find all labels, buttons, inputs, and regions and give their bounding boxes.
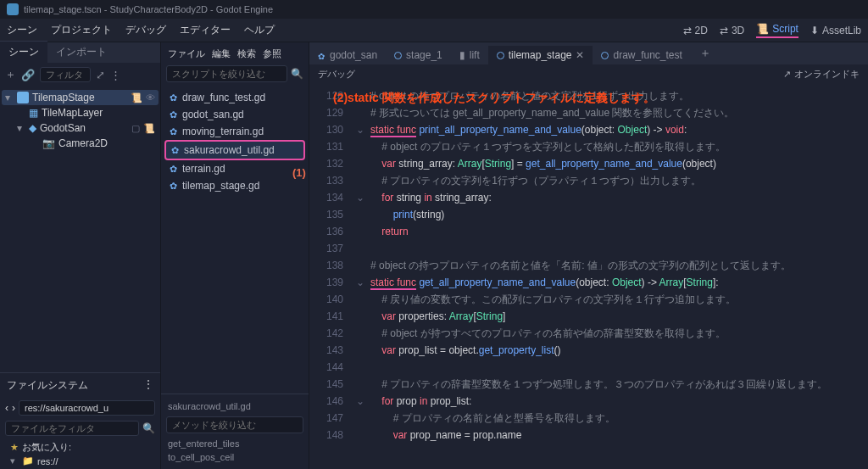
menu-help[interactable]: ヘルプ <box>244 23 275 37</box>
tab-scene[interactable]: シーン <box>0 41 47 63</box>
editor-tab[interactable]: draw_func_test <box>593 46 690 64</box>
expand-icon[interactable]: ⤢ <box>96 69 105 81</box>
gear-icon: ✿ <box>170 92 177 103</box>
gear-icon: ✿ <box>170 164 177 175</box>
script-item-selected[interactable]: ✿sakuracrowd_util.gd <box>164 140 305 160</box>
script-item[interactable]: ✿terrain.gd <box>164 160 305 177</box>
gear-icon: ✿ <box>171 145 179 156</box>
node-godotsan[interactable]: ▾◆ GodotSan ▢📜 <box>2 120 159 136</box>
fs-res-root[interactable]: ▾📁 res:// <box>7 455 153 467</box>
script-item[interactable]: ✿tilemap_stage.gd <box>164 177 305 194</box>
script-search-icon[interactable]: 🔍 <box>291 68 303 80</box>
camera-icon: 📷 <box>42 137 55 149</box>
method-item[interactable]: to_cell_pos_ceil <box>166 450 303 464</box>
annotation-2: (2)static 関数を作成したスクリプトファイルに定義します。 <box>333 91 655 106</box>
gear-icon: ✿ <box>170 109 177 120</box>
editor-tab-active[interactable]: tilemap_stage✕ <box>488 46 593 64</box>
node2d-icon <box>17 92 29 103</box>
filesystem-title: ファイルシステム <box>7 378 88 393</box>
scene-open-icon[interactable]: ▢ <box>131 123 140 134</box>
fs-filter-input[interactable] <box>5 421 139 436</box>
scene-dock: シーン インポート ＋ 🔗 ⤢ ⋮ ▾ TilemapStage 📜👁 ▦ Ti… <box>0 42 161 469</box>
add-tab-button[interactable]: ＋ <box>691 42 720 64</box>
script-menu-search[interactable]: 検索 <box>237 47 256 60</box>
window-title: tilemap_stage.tscn - StudyCharacterBody2… <box>24 4 273 14</box>
editor-tab[interactable]: ▮lift <box>451 46 488 64</box>
method-item[interactable]: get_entered_tiles <box>166 437 303 450</box>
link-icon[interactable]: 🔗 <box>21 69 35 81</box>
menu-scene[interactable]: シーン <box>7 23 37 37</box>
fs-search-icon[interactable]: 🔍 <box>142 422 155 434</box>
menubar: シーン プロジェクト デバッグ エディター ヘルプ ⇄ 2D ⇄ 3D 📜 Sc… <box>0 19 868 42</box>
current-script-name: sakuracrowd_util.gd <box>166 399 303 413</box>
scene-filter-input[interactable] <box>40 67 91 82</box>
mode-assetlib-button[interactable]: ⬇ AssetLib <box>810 25 861 36</box>
node-tilemaplayer[interactable]: ▦ TileMapLayer <box>2 105 159 120</box>
menu-debug[interactable]: デバッグ <box>125 23 166 37</box>
filesystem-dock: ファイルシステム⋮ ‹ › 🔍 ★ お気に入り: ▾📁 res:// <box>0 372 160 469</box>
mode-script-button[interactable]: 📜 Script <box>756 23 798 38</box>
code-editor[interactable]: 128# object の持つプロパティの名前と値の文字列を1行ずつ出力します。… <box>309 84 868 447</box>
fs-favorites[interactable]: ★ お気に入り: <box>7 440 153 455</box>
script-item[interactable]: ✿moving_terrain.gd <box>164 123 305 140</box>
mode-2d-button[interactable]: ⇄ 2D <box>683 25 708 36</box>
fs-path-input[interactable] <box>19 400 155 416</box>
close-icon[interactable]: ✕ <box>576 49 584 61</box>
mode-3d-button[interactable]: ⇄ 3D <box>720 25 744 36</box>
script-item[interactable]: ✿godot_san.gd <box>164 106 305 123</box>
more-icon[interactable]: ⋮ <box>110 69 121 81</box>
script-icon[interactable]: 📜 <box>143 123 155 134</box>
instance-icon: ◆ <box>29 122 36 134</box>
gear-icon: ✿ <box>170 181 177 192</box>
script-menu-goto[interactable]: 参照 <box>263 47 281 60</box>
node-camera2d[interactable]: 📷 Camera2D <box>2 136 159 151</box>
gear-icon: ✿ <box>170 126 177 137</box>
titlebar: tilemap_stage.tscn - StudyCharacterBody2… <box>0 0 868 19</box>
menu-editor[interactable]: エディター <box>180 23 231 37</box>
script-filter-input[interactable] <box>166 65 287 82</box>
fs-back-icon[interactable]: ‹ <box>5 402 8 414</box>
visibility-icon[interactable]: 👁 <box>146 92 155 103</box>
editor-tab[interactable]: ✿godot_san <box>309 46 386 64</box>
scene-tree: ▾ TilemapStage 📜👁 ▦ TileMapLayer ▾◆ Godo… <box>0 87 160 154</box>
node-tilemap-stage[interactable]: ▾ TilemapStage 📜👁 <box>2 90 159 105</box>
tilemap-icon: ▦ <box>29 107 38 119</box>
add-node-icon[interactable]: ＋ <box>5 67 16 82</box>
editor-tab[interactable]: stage_1 <box>386 46 451 64</box>
editor-tabs: ✿godot_san stage_1 ▮lift tilemap_stage✕ … <box>309 42 868 64</box>
script-attached-icon[interactable]: 📜 <box>131 92 142 103</box>
script-menu-file[interactable]: ファイル <box>168 47 205 60</box>
annotation-1: (1) <box>292 166 306 179</box>
fs-fwd-icon[interactable]: › <box>12 402 15 414</box>
script-item[interactable]: ✿draw_func_test.gd <box>164 89 305 106</box>
debug-label[interactable]: デバッグ <box>318 68 355 81</box>
fs-more-icon[interactable]: ⋮ <box>143 378 153 393</box>
method-filter-input[interactable] <box>166 416 303 433</box>
script-menu-edit[interactable]: 編集 <box>212 47 231 60</box>
script-editor: ✿godot_san stage_1 ▮lift tilemap_stage✕ … <box>309 42 868 469</box>
online-docs-button[interactable]: ↗ オンラインドキ <box>783 68 860 81</box>
tab-import[interactable]: インポート <box>47 42 115 63</box>
script-list-panel: ファイル 編集 検索 参照 🔍 ✿draw_func_test.gd ✿godo… <box>161 42 309 469</box>
menu-project[interactable]: プロジェクト <box>51 23 112 37</box>
app-logo-icon <box>7 3 19 15</box>
